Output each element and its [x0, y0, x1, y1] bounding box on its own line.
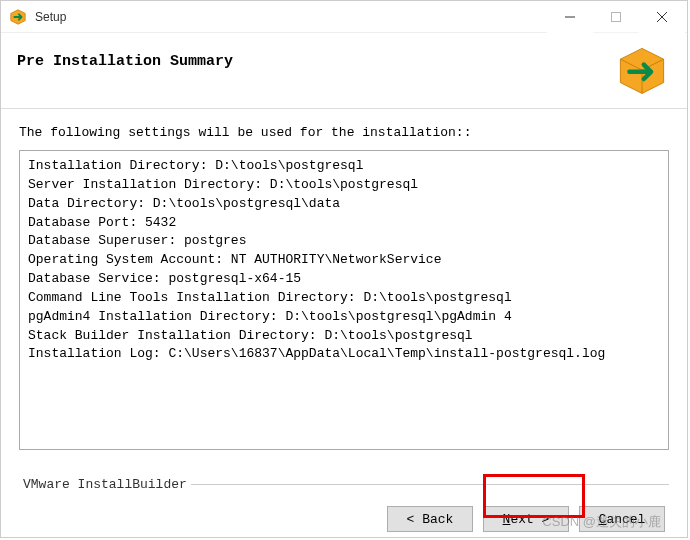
page-title: Pre Installation Summary: [17, 53, 671, 70]
window-title: Setup: [35, 10, 547, 24]
footer: VMware InstallBuilder < Back Next > Canc…: [1, 477, 687, 537]
header: Pre Installation Summary: [1, 33, 687, 109]
cancel-button[interactable]: Cancel: [579, 506, 665, 532]
setup-window: Setup Pre Installation Summary The follo…: [0, 0, 688, 538]
cancel-label-rest: ancel: [606, 512, 645, 527]
footer-brand: VMware InstallBuilder: [19, 477, 191, 492]
package-icon: [615, 43, 669, 97]
window-controls: [547, 1, 685, 32]
back-button[interactable]: < Back: [387, 506, 473, 532]
content-area: The following settings will be used for …: [1, 109, 687, 450]
app-icon: [9, 8, 27, 26]
summary-textbox[interactable]: Installation Directory: D:\tools\postgre…: [19, 150, 669, 450]
instruction-text: The following settings will be used for …: [19, 125, 669, 140]
next-label-rest: ext >: [510, 512, 549, 527]
button-row: < Back Next > Cancel: [19, 506, 669, 532]
titlebar: Setup: [1, 1, 687, 33]
next-button[interactable]: Next >: [483, 506, 569, 532]
minimize-button[interactable]: [547, 1, 593, 33]
maximize-button[interactable]: [593, 1, 639, 33]
close-button[interactable]: [639, 1, 685, 33]
svg-rect-1: [612, 13, 621, 22]
footer-group: VMware InstallBuilder < Back Next > Canc…: [19, 477, 669, 537]
